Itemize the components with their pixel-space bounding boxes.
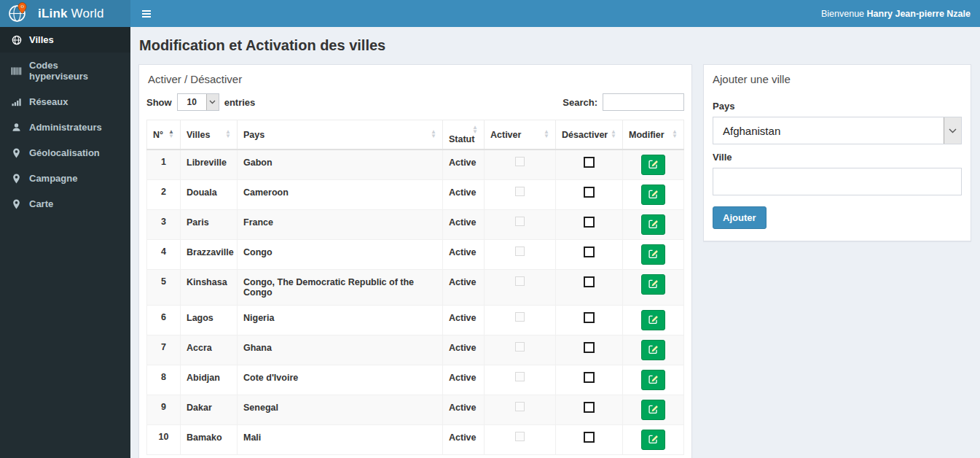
cell-statut: Active <box>443 150 485 180</box>
edit-icon <box>648 314 659 327</box>
table-header-row: ▲▼N°▲▼Villes▲▼Pays▲▼Statut▲▼Activer▲▼Dés… <box>147 120 684 150</box>
cell-numero: 5 <box>147 270 181 306</box>
table-row: 7AccraGhanaActive <box>147 335 684 365</box>
edit-button[interactable] <box>641 244 665 265</box>
cell-activer <box>485 180 556 210</box>
column-header-7[interactable]: ▲▼Modifier <box>623 120 684 150</box>
edit-button[interactable] <box>641 274 665 295</box>
cell-pays: Cameroon <box>238 180 443 210</box>
activer-checkbox <box>515 312 525 322</box>
sidebar-item-administrateurs[interactable]: Administrateurs <box>0 114 130 140</box>
table-row: 2DoualaCameroonActive <box>147 180 684 210</box>
cell-pays: Mali <box>238 425 443 455</box>
column-header-5[interactable]: ▲▼Activer <box>485 120 556 150</box>
sidebar-item-label: Administrateurs <box>29 122 102 133</box>
cell-ville: Accra <box>181 335 238 365</box>
cell-ville: Dakar <box>181 395 238 425</box>
cell-statut: Active <box>443 240 485 270</box>
cell-statut: Active <box>443 270 485 306</box>
edit-button[interactable] <box>641 370 665 390</box>
page-length-select[interactable]: 10 <box>177 93 219 111</box>
edit-button[interactable] <box>641 214 665 235</box>
table-row: 10BamakoMaliActive <box>147 425 684 455</box>
barcode-icon <box>11 66 22 76</box>
column-header-6[interactable]: ▲▼Désactiver <box>556 120 623 150</box>
cell-numero: 4 <box>147 240 181 270</box>
sidebar-item-reseaux[interactable]: Réseaux <box>0 89 130 114</box>
sidebar-item-label: Géolocalisation <box>29 147 100 158</box>
edit-button[interactable] <box>641 430 665 450</box>
brand[interactable]: iLink World <box>0 0 130 27</box>
edit-button[interactable] <box>641 155 665 175</box>
sidebar: VillesCodes hyperviseursRéseauxAdministr… <box>0 27 130 458</box>
search-input[interactable] <box>603 93 684 111</box>
cell-activer <box>485 306 556 335</box>
sort-icon: ▲▼ <box>611 130 616 139</box>
desactiver-checkbox[interactable] <box>584 342 595 353</box>
cell-modifier <box>623 210 684 240</box>
sidebar-item-carte[interactable]: Carte <box>0 191 130 217</box>
desactiver-checkbox[interactable] <box>584 276 595 287</box>
desactiver-checkbox[interactable] <box>584 247 595 257</box>
sidebar-item-geolocalisation[interactable]: Géolocalisation <box>0 140 130 166</box>
ajouter-ville-panel: Ajouter une ville Pays Afghanistan Ville… <box>703 64 971 241</box>
column-header-1[interactable]: ▲▼N° <box>147 120 181 150</box>
pays-select[interactable]: Afghanistan <box>713 117 962 144</box>
sidebar-item-label: Réseaux <box>29 96 68 107</box>
menu-toggle-icon[interactable] <box>140 7 153 20</box>
sort-icon: ▲▼ <box>472 125 478 134</box>
activer-checkbox <box>515 372 525 381</box>
edit-icon <box>648 403 659 416</box>
villes-table: ▲▼N°▲▼Villes▲▼Pays▲▼Statut▲▼Activer▲▼Dés… <box>146 120 684 455</box>
desactiver-checkbox[interactable] <box>584 402 595 413</box>
activer-checkbox <box>515 276 525 286</box>
edit-button[interactable] <box>641 185 665 205</box>
sidebar-item-campagne[interactable]: Campagne <box>0 166 130 191</box>
show-label: Show <box>146 97 172 108</box>
ville-input[interactable] <box>713 168 962 195</box>
cell-pays: Cote d'Ivoire <box>238 365 443 395</box>
cell-desactiver <box>556 240 623 270</box>
table-row: 9DakarSenegalActive <box>147 395 684 425</box>
desactiver-checkbox[interactable] <box>584 217 595 228</box>
signal-icon <box>11 97 22 106</box>
cell-numero: 7 <box>147 335 181 365</box>
cell-pays: Ghana <box>238 335 443 365</box>
app-title: iLink World <box>38 7 104 21</box>
cell-numero: 2 <box>147 180 181 210</box>
cell-modifier <box>623 240 684 270</box>
cell-numero: 8 <box>147 365 181 395</box>
sidebar-item-villes[interactable]: Villes <box>0 27 130 53</box>
desactiver-checkbox[interactable] <box>584 312 595 323</box>
ajouter-button[interactable]: Ajouter <box>713 206 767 229</box>
cell-desactiver <box>556 365 623 395</box>
sort-icon: ▲▼ <box>225 130 231 139</box>
edit-button[interactable] <box>641 400 665 420</box>
cell-ville: Brazzaville <box>181 240 238 270</box>
column-header-3[interactable]: ▲▼Pays <box>238 120 443 150</box>
cell-numero: 10 <box>147 425 181 455</box>
column-header-4[interactable]: ▲▼Statut <box>443 120 485 150</box>
navbar-bar: Bienvenue Hanry Jean-pierre Nzale <box>130 0 980 27</box>
sidebar-item-codes-hyperviseurs[interactable]: Codes hyperviseurs <box>0 53 130 89</box>
column-header-2[interactable]: ▲▼Villes <box>181 120 238 150</box>
chevron-down-icon <box>206 94 219 110</box>
desactiver-checkbox[interactable] <box>584 372 595 383</box>
panel-header: Ajouter une ville <box>704 65 971 92</box>
desactiver-checkbox[interactable] <box>584 157 595 168</box>
table-row: 5KinshasaCongo, The Democratic Republic … <box>147 270 684 306</box>
desactiver-checkbox[interactable] <box>584 432 595 443</box>
cell-numero: 1 <box>147 150 181 180</box>
cell-statut: Active <box>443 365 485 395</box>
cell-activer <box>485 240 556 270</box>
desactiver-checkbox[interactable] <box>584 187 595 198</box>
edit-icon <box>648 373 659 387</box>
column-label: Villes <box>187 130 210 140</box>
edit-button[interactable] <box>641 340 665 360</box>
cell-modifier <box>623 306 684 335</box>
column-label: N° <box>153 130 163 140</box>
edit-button[interactable] <box>641 310 665 330</box>
column-label: Pays <box>243 130 264 140</box>
cell-activer <box>485 150 556 180</box>
cell-desactiver <box>556 335 623 365</box>
